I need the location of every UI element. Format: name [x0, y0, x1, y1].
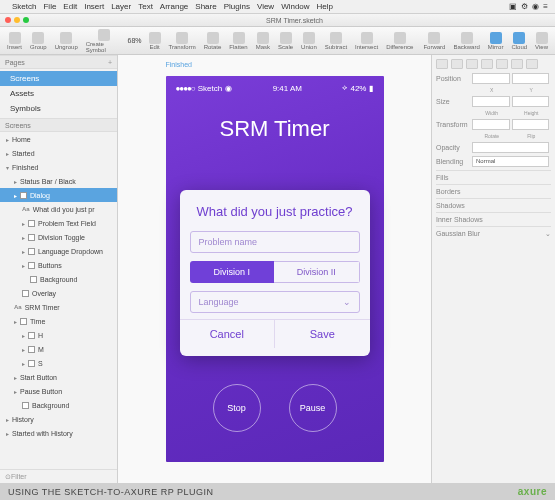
left-panel: Pages+ Screens Assets Symbols Screens ▸H… — [0, 55, 118, 483]
layer-item[interactable]: ▸Status Bar / Black — [0, 174, 117, 188]
add-page-icon[interactable]: + — [108, 59, 112, 66]
canvas[interactable]: Finished ●●●●○Sketch◉ 9:41 AM ⟡42%▮ SRM … — [118, 55, 431, 483]
tool-mask[interactable]: Mask — [253, 32, 273, 50]
layer-item[interactable]: ▸Home — [0, 132, 117, 146]
dialog-heading: What did you just practice? — [190, 204, 360, 219]
caption-bar: USING THE SKETCH-TO-AXURE RP PLUGIN axur… — [0, 483, 555, 500]
layer-item[interactable]: ▸Started — [0, 146, 117, 160]
bluetooth-icon: ⟡ — [342, 83, 347, 93]
wifi-icon: ◉ — [225, 84, 232, 93]
layer-item[interactable]: ▸Start Button — [0, 370, 117, 384]
view-button[interactable]: View — [532, 32, 551, 50]
division-2-option[interactable]: Division II — [274, 261, 360, 283]
blending-select[interactable]: Normal — [472, 156, 549, 167]
forward-button[interactable]: Forward — [420, 32, 448, 50]
tool-flatten[interactable]: Flatten — [226, 32, 250, 50]
division-toggle[interactable]: Division I Division II — [190, 261, 360, 283]
layer-item[interactable]: ▸M — [0, 342, 117, 356]
pos-y-input[interactable] — [512, 73, 550, 84]
inner-shadows-section[interactable]: Inner Shadows — [436, 212, 551, 226]
cloud-button[interactable]: Cloud — [508, 32, 530, 50]
layer-item[interactable]: ▸Language Dropdown — [0, 244, 117, 258]
artboard-finished[interactable]: ●●●●○Sketch◉ 9:41 AM ⟡42%▮ SRM Timer Wha… — [166, 76, 384, 462]
artboard-label[interactable]: Finished — [166, 61, 192, 68]
mac-menu-items[interactable]: SketchFileEditInsertLayerTextArrangeShar… — [12, 2, 340, 11]
group-button[interactable]: Group — [27, 32, 50, 50]
flip-input[interactable] — [512, 119, 550, 130]
layer-item[interactable]: Overlay — [0, 286, 117, 300]
axure-logo: axure — [518, 486, 547, 497]
layer-item[interactable]: ▸Division Toggle — [0, 230, 117, 244]
pause-button[interactable]: Pause — [289, 384, 337, 432]
layers-header: Screens — [0, 118, 117, 132]
layer-item[interactable]: ▾Finished — [0, 160, 117, 174]
inspector-panel: Position XY Size WidthHeight Transform R… — [431, 55, 555, 483]
tool-subtract[interactable]: Subtract — [322, 32, 350, 50]
app-title: SRM Timer — [166, 116, 384, 142]
gaussian-blur-section[interactable]: Gaussian Blur ⌄ — [436, 226, 551, 240]
tool-transform[interactable]: Transform — [166, 32, 199, 50]
page-assets[interactable]: Assets — [0, 86, 117, 101]
layer-item[interactable]: ▸History — [0, 412, 117, 426]
save-button[interactable]: Save — [275, 320, 370, 348]
align-icons[interactable] — [436, 59, 551, 69]
opacity-input[interactable] — [472, 142, 549, 153]
layer-item[interactable]: ▸Time — [0, 314, 117, 328]
layer-item[interactable]: ▸Buttons — [0, 258, 117, 272]
insert-button[interactable]: Insert — [4, 32, 25, 50]
tool-union[interactable]: Union — [298, 32, 320, 50]
fills-section[interactable]: Fills — [436, 170, 551, 184]
zoom-level[interactable]: 68% — [128, 37, 142, 44]
tool-scale[interactable]: Scale — [275, 32, 296, 50]
tool-rotate[interactable]: Rotate — [201, 32, 225, 50]
height-input[interactable] — [512, 96, 550, 107]
tool-difference[interactable]: Difference — [383, 32, 416, 50]
language-dropdown[interactable]: Language⌄ — [190, 291, 360, 313]
layer-item[interactable]: Background — [0, 398, 117, 412]
filter-input[interactable]: ⊙ Filter — [0, 469, 117, 483]
cancel-button[interactable]: Cancel — [180, 320, 276, 348]
toolbar: Insert Group Ungroup Create Symbol 68% E… — [0, 27, 555, 55]
chevron-down-icon: ⌄ — [343, 297, 351, 307]
status-bar: ●●●●○Sketch◉ 9:41 AM ⟡42%▮ — [166, 76, 384, 100]
layer-item[interactable]: ▸Started with History — [0, 426, 117, 440]
status-time: 9:41 AM — [273, 84, 302, 93]
shadows-section[interactable]: Shadows — [436, 198, 551, 212]
rotate-input[interactable] — [472, 119, 510, 130]
backward-button[interactable]: Backward — [450, 32, 482, 50]
mac-menubar: SketchFileEditInsertLayerTextArrangeShar… — [0, 0, 555, 14]
borders-section[interactable]: Borders — [436, 184, 551, 198]
page-symbols[interactable]: Symbols — [0, 101, 117, 116]
signal-icon: ●●●●○ — [176, 84, 195, 93]
width-input[interactable] — [472, 96, 510, 107]
layer-item[interactable]: ▸Pause Button — [0, 384, 117, 398]
create-symbol-button[interactable]: Create Symbol — [83, 29, 126, 53]
layer-item[interactable]: AaSRM Timer — [0, 300, 117, 314]
layer-item[interactable]: ▸S — [0, 356, 117, 370]
division-1-option[interactable]: Division I — [190, 261, 275, 283]
layer-item[interactable]: AaWhat did you just pr — [0, 202, 117, 216]
window-titlebar: SRM Timer.sketch — [0, 14, 555, 27]
tool-intersect[interactable]: Intersect — [352, 32, 381, 50]
problem-name-input[interactable]: Problem name — [190, 231, 360, 253]
pages-header: Pages+ — [0, 55, 117, 69]
battery-icon: ▮ — [369, 84, 373, 93]
window-controls[interactable] — [5, 17, 29, 23]
layer-list: ▸Home▸Started▾Finished▸Status Bar / Blac… — [0, 132, 117, 469]
layer-item[interactable]: ▸Problem Text Field — [0, 216, 117, 230]
mirror-button[interactable]: Mirror — [485, 32, 507, 50]
layer-item[interactable]: ▸H — [0, 328, 117, 342]
tool-edit[interactable]: Edit — [146, 32, 164, 50]
layer-item[interactable]: ▸Dialog — [0, 188, 117, 202]
layer-item[interactable]: Background — [0, 272, 117, 286]
ungroup-button[interactable]: Ungroup — [52, 32, 81, 50]
window-title: SRM Timer.sketch — [266, 17, 323, 24]
stop-button[interactable]: Stop — [213, 384, 261, 432]
mac-status-icons[interactable]: ▣ ⚙ ◉ ≡ — [509, 2, 549, 11]
pos-x-input[interactable] — [472, 73, 510, 84]
dialog: What did you just practice? Problem name… — [180, 190, 370, 356]
page-screens[interactable]: Screens — [0, 71, 117, 86]
